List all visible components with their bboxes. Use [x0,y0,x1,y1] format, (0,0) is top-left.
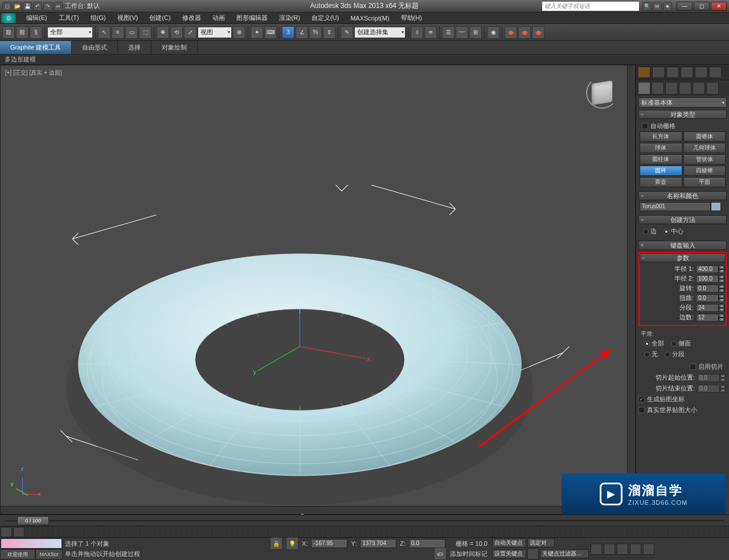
motion-tab-icon[interactable] [679,82,691,94]
render-frame-icon[interactable]: 🫖 [518,26,531,39]
spinner-snap-icon[interactable]: ⇕ [323,26,335,39]
radio-smooth-side[interactable]: 侧面 [671,339,691,348]
btn-sphere[interactable]: 球体 [640,143,682,153]
link-icon[interactable]: ⇔ [54,2,63,11]
hierarchy-tab-icon[interactable] [665,82,678,94]
undo-icon[interactable]: ↶ [33,2,42,11]
rollout-creation-method[interactable]: −创建方法 [638,215,727,224]
time-tag-icon[interactable]: 🏷 [434,547,447,560]
menu-tools[interactable]: 工具(T) [53,13,85,23]
selection-filter-dropdown[interactable]: 全部 [47,27,93,38]
curve-editor-icon[interactable]: 〰 [456,26,468,39]
add-time-tag[interactable]: 添加时间标记 [450,550,488,558]
rotate-icon[interactable]: ⟲ [170,26,183,39]
new-file-icon[interactable]: ◻ [2,2,11,11]
y-coord-input[interactable]: 1373.704 [360,539,396,548]
select-icon[interactable]: ↖ [98,26,110,39]
scale-icon[interactable]: ⤢ [184,26,196,39]
btn-pyramid[interactable]: 四棱锥 [683,166,726,176]
material-editor-icon[interactable]: ◉ [487,26,499,39]
tab-graphite[interactable]: Graphite 建模工具 [0,41,72,54]
tab-objectpaint[interactable]: 对象绘制 [151,41,198,54]
comm-center-icon[interactable]: ✉ [653,2,662,11]
radio-center[interactable]: 中心 [664,227,683,236]
percent-snap-icon[interactable]: % [309,26,322,39]
angle-snap-icon[interactable]: ∠ [296,26,308,39]
object-name-input[interactable]: Torus001 [640,202,711,211]
schematic-icon[interactable]: ⊞ [469,26,482,39]
menu-group[interactable]: 组(G) [85,13,112,23]
key-icon[interactable] [527,548,539,559]
spinner-sides[interactable]: 12▴▾ [696,314,724,322]
rollout-keyboard-entry[interactable]: +键盘输入 [638,241,727,250]
btn-cone[interactable]: 圆锥体 [683,131,726,142]
btn-cylinder[interactable]: 圆柱体 [640,154,682,164]
display-tab-icon[interactable] [693,82,705,94]
spinner-segments[interactable]: 24▴▾ [696,304,724,312]
cp-light-icon[interactable] [638,67,650,78]
cp-hammer-icon[interactable] [709,67,722,78]
link-icon[interactable]: ⛓ [2,26,15,39]
btn-tube[interactable]: 管状体 [683,154,726,164]
render-setup-icon[interactable]: 🫖 [505,26,517,39]
spinner-twist[interactable]: 0.0▴▾ [696,294,724,302]
category-dropdown[interactable]: 标准基本体 [638,97,727,108]
maximize-button[interactable]: ◻ [694,2,710,11]
maxscript-label[interactable]: MAXScr [35,549,63,559]
radio-smooth-all[interactable]: 全部 [644,339,664,348]
minimize-button[interactable]: — [677,2,693,11]
selected-label[interactable]: 选定对 [527,538,555,547]
select-name-icon[interactable]: ≡ [112,26,124,39]
mirror-icon[interactable]: ⦀ [411,26,423,39]
save-icon[interactable]: 💾 [23,2,32,11]
search-input[interactable]: 键入关键字或短语 [542,2,639,11]
rollout-object-type[interactable]: −对象类型 [638,110,727,119]
z-coord-input[interactable]: 0.0 [409,539,445,548]
ribbon-sub-label[interactable]: 多边形建模 [5,55,36,64]
named-selection-dropdown[interactable]: 创建选择集 [354,27,406,38]
btn-geosphere[interactable]: 几何球体 [683,143,726,153]
pivot-icon[interactable]: ⊕ [233,26,245,39]
ref-coord-dropdown[interactable]: 视图 [198,27,232,38]
viewport-scrollbar-horizontal[interactable] [1,506,627,514]
keyboard-shortcut-icon[interactable]: ⌨ [264,26,277,39]
menu-rendering[interactable]: 渲染(R) [273,13,306,23]
menu-views[interactable]: 视图(V) [112,13,144,23]
real-world-checkbox[interactable]: 真实世界贴图大小 [636,405,729,415]
trackbar-toggle-icon[interactable] [1,527,12,537]
layers-icon[interactable]: ☰ [442,26,454,39]
create-tab-icon[interactable] [638,82,650,94]
favorites-icon[interactable]: ★ [663,2,672,11]
maxscript-mini-listener[interactable] [1,538,62,549]
isolate-icon[interactable]: 💡 [286,537,298,550]
move-icon[interactable]: ✥ [157,26,169,39]
tab-selection[interactable]: 选择 [118,41,151,54]
radio-smooth-seg[interactable]: 分段 [665,350,685,359]
named-sel-edit-icon[interactable]: ✎ [341,26,353,39]
search-icon[interactable]: 🔍 [642,2,652,11]
menu-create[interactable]: 创建(C) [144,13,176,23]
manipulate-icon[interactable]: ✦ [251,26,263,39]
radio-smooth-none[interactable]: 无 [644,350,658,359]
prev-frame-icon[interactable] [604,543,615,555]
cp-box-icon[interactable] [695,67,707,78]
gen-mapping-checkbox[interactable]: ✓生成贴图坐标 [636,394,729,405]
slice-enable-checkbox[interactable]: 启用切片 [636,361,729,372]
align-icon[interactable]: ≑ [424,26,437,39]
cp-edge-icon[interactable] [681,67,693,78]
goto-start-icon[interactable] [591,543,602,555]
track-bar[interactable] [0,526,729,537]
unlink-icon[interactable]: ⛓ [16,26,28,39]
btn-box[interactable]: 长方体 [640,131,682,142]
object-color-swatch[interactable] [711,202,721,211]
autokey-button[interactable]: 自动关键点 [492,538,526,547]
keyfilter-button[interactable]: 关键点过滤器... [540,549,589,558]
snap-toggle-icon[interactable]: 3 [282,26,294,39]
viewport[interactable]: [+] [正交] [真实 + 边面] x y z [0,65,636,514]
rollout-parameters[interactable]: −参数 [640,253,726,262]
menu-grapheditors[interactable]: 图形编辑器 [231,13,273,23]
cp-wire-icon[interactable] [666,67,679,78]
menu-maxscript[interactable]: MAXScript(M) [345,14,395,23]
next-frame-icon[interactable] [630,543,641,555]
x-coord-input[interactable]: -167.95 [311,539,347,548]
